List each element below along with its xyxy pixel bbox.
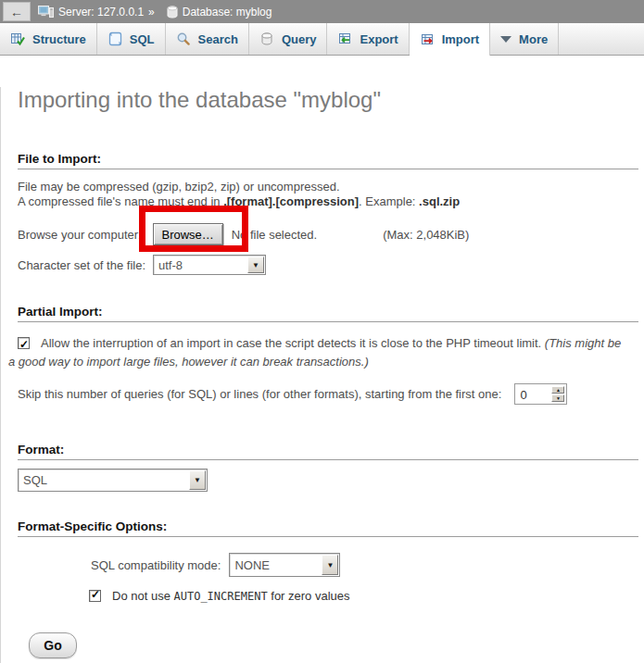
tab-structure[interactable]: Structure	[0, 23, 97, 55]
tab-more[interactable]: More	[490, 23, 559, 55]
zero-prefix: Do not use	[112, 589, 174, 603]
stepper-up-icon[interactable]	[551, 386, 564, 394]
sql-compatibility-row: SQL compatibility mode: NONE	[91, 553, 644, 577]
tab-sql[interactable]: SQL	[97, 23, 166, 55]
tab-label: More	[519, 32, 548, 46]
auto-increment-text: Do not use AUTO_INCREMENT for zero value…	[112, 589, 350, 603]
auto-increment-code: AUTO_INCREMENT	[174, 590, 268, 603]
format-section: Format: SQL	[8, 443, 644, 492]
format-selected-value: SQL	[19, 469, 188, 491]
tab-label: Structure	[32, 32, 86, 46]
zero-suffix: for zero values	[268, 589, 350, 603]
allow-interruption-paragraph: Allow the interruption of an import in c…	[8, 334, 629, 371]
breadcrumb-database[interactable]: Database: myblog	[183, 6, 272, 19]
tab-query[interactable]: Query	[249, 23, 328, 55]
browse-label: Browse your computer:	[18, 228, 142, 242]
line2-format-pattern: .[format].[compression]	[223, 194, 359, 208]
browse-row: Browse your computer: Browse… No file se…	[18, 223, 644, 245]
structure-icon	[10, 31, 25, 46]
sql-compatibility-select[interactable]: NONE	[229, 553, 340, 577]
format-specific-options-heading: Format-Specific Options:	[18, 519, 638, 537]
tab-label: Import	[442, 32, 479, 46]
main-content: Importing into the database "myblog" Fil…	[0, 87, 644, 663]
page-title: Importing into the database "myblog"	[18, 87, 644, 113]
dropdown-arrow-icon[interactable]	[322, 555, 338, 575]
auto-increment-checkbox[interactable]	[89, 590, 101, 602]
charset-selected-value: utf-8	[154, 256, 246, 274]
format-select[interactable]: SQL	[18, 469, 208, 492]
allow-interruption-text: Allow the interruption of an import in c…	[41, 336, 545, 350]
sql-compatibility-value: NONE	[230, 554, 321, 576]
dropdown-arrow-icon[interactable]	[247, 256, 264, 273]
breadcrumb-separator: »	[148, 6, 155, 19]
charset-select[interactable]: utf-8	[153, 255, 266, 275]
tab-search[interactable]: Search	[166, 23, 249, 55]
search-icon	[176, 31, 191, 46]
no-file-selected-text: No file selected.	[232, 228, 318, 242]
browse-button[interactable]: Browse…	[153, 223, 223, 245]
file-to-import-heading: File to Import:	[18, 152, 638, 169]
auto-increment-row: Do not use AUTO_INCREMENT for zero value…	[89, 589, 644, 603]
line2-example: .sql.zip	[419, 194, 460, 208]
export-icon	[337, 31, 352, 46]
back-button[interactable]: ←	[3, 2, 31, 21]
charset-label: Character set of the file:	[18, 258, 145, 272]
compression-info-line1: File may be compressed (gzip, bzip2, zip…	[18, 180, 644, 194]
chevron-down-icon	[500, 36, 511, 43]
line2-middle: . Example:	[359, 194, 419, 208]
stepper-down-icon[interactable]	[551, 394, 564, 402]
skip-queries-label: Skip this number of queries (for SQL) or…	[18, 387, 501, 401]
max-upload-size: (Max: 2,048KiB)	[383, 228, 469, 242]
server-icon	[38, 5, 54, 19]
skip-queries-row: Skip this number of queries (for SQL) or…	[18, 383, 644, 405]
partial-import-heading: Partial Import:	[18, 305, 638, 322]
tab-import[interactable]: Import	[410, 23, 490, 56]
charset-row: Character set of the file: utf-8	[18, 255, 644, 275]
sql-icon	[107, 31, 122, 46]
tab-label: Export	[360, 32, 398, 46]
back-arrow-icon: ←	[10, 6, 23, 19]
query-database-icon	[259, 31, 274, 46]
skip-queries-stepper[interactable]: 0	[514, 383, 567, 405]
breadcrumb-bar: ← Server: 127.0.0.1 » Database: myblog	[0, 0, 644, 23]
file-to-import-section: File to Import: File may be compressed (…	[8, 152, 644, 275]
import-icon	[420, 32, 435, 47]
format-specific-options-section: Format-Specific Options: SQL compatibili…	[8, 519, 644, 603]
tab-bar: Structure SQL Search Query Export	[0, 23, 644, 56]
dropdown-arrow-icon[interactable]	[189, 470, 206, 490]
tab-label: SQL	[130, 32, 155, 46]
tab-export[interactable]: Export	[327, 23, 409, 55]
tab-label: Query	[282, 32, 317, 46]
sql-compatibility-label: SQL compatibility mode:	[91, 558, 221, 572]
partial-import-section: Partial Import: Allow the interruption o…	[8, 305, 644, 405]
format-heading: Format:	[18, 443, 638, 460]
tab-label: Search	[198, 32, 238, 46]
breadcrumb-server[interactable]: Server: 127.0.0.1	[58, 6, 144, 19]
skip-queries-value: 0	[517, 386, 549, 402]
compression-info-line2: A compressed file's name must end in .[f…	[18, 194, 644, 208]
database-icon	[167, 6, 178, 19]
go-button[interactable]: Go	[29, 632, 77, 658]
line2-prefix: A compressed file's name must end in	[18, 194, 223, 208]
allow-interruption-checkbox[interactable]	[18, 337, 30, 349]
